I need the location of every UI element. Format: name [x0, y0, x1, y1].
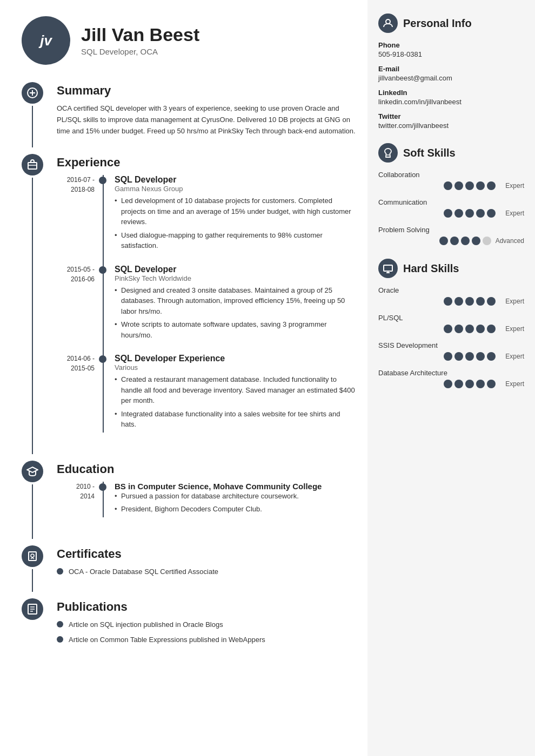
personal-info-icon [378, 14, 398, 33]
info-phone-value: 505-918-0381 [378, 50, 524, 58]
info-email-label: E-mail [378, 65, 524, 73]
pub-entry-1: Article on SQL injection published in Or… [57, 619, 357, 630]
skill-dot [454, 380, 463, 388]
pub-dot-1 [57, 621, 63, 627]
edu-bullet-1-1: Pursued a passion for database architect… [115, 491, 357, 502]
skill-dot [444, 297, 452, 306]
exp-date-2: 2015-05 -2016-06 [57, 265, 103, 284]
skill-collaboration-name: Collaboration [378, 171, 524, 179]
pub-text-2: Article on Common Table Expressions publ… [69, 634, 265, 645]
skill-dot [487, 325, 496, 333]
info-twitter: Twitter twitter.com/jillvanbeest [378, 112, 524, 130]
certificates-icon-col [16, 544, 49, 592]
certificates-title: Certificates [57, 547, 357, 561]
exp-bullet-1-1: Led development of 10 database projects … [115, 195, 357, 227]
skill-dot [472, 237, 480, 245]
skill-dot [476, 380, 485, 388]
exp-entry-1: 2016-07 -2018-08 SQL Developer Gamma Nex… [103, 175, 357, 254]
skill-communication-level: Expert [500, 210, 524, 217]
exp-body-2: SQL Developer PinkSky Tech Worldwide Des… [106, 265, 357, 343]
cert-dot-1 [57, 568, 63, 575]
exp-company-3: Various [115, 363, 357, 372]
skill-dot [476, 297, 485, 306]
skill-dot [465, 209, 474, 218]
skill-dot [483, 237, 491, 245]
hard-skills-header: Hard Skills [378, 259, 524, 278]
name-title: Jill Van Beest SQL Developer, OCA [81, 25, 199, 56]
info-phone: Phone 505-918-0381 [378, 41, 524, 58]
publications-icon [22, 598, 43, 620]
exp-jobtitle-2: SQL Developer [115, 265, 357, 274]
summary-icon [22, 82, 43, 104]
publications-title: Publications [57, 600, 357, 614]
certificates-content: Certificates OCA - Oracle Database SQL C… [49, 544, 357, 592]
skill-dot [487, 352, 496, 361]
info-linkedin-value: linkedin.com/in/jillvanbeest [378, 98, 524, 106]
experience-icon [22, 154, 43, 176]
skill-problem-solving: Problem Solving Advanced [378, 226, 524, 245]
skill-dot [444, 209, 452, 218]
summary-title: Summary [57, 84, 357, 98]
skill-dot [465, 181, 474, 190]
skill-dot [454, 325, 463, 333]
skill-collaboration-rating: Expert [378, 181, 524, 190]
skill-plsql-dots [444, 325, 496, 333]
skill-dot [444, 325, 452, 333]
certificates-icon [22, 545, 43, 567]
exp-jobtitle-1: SQL Developer [115, 175, 357, 185]
skill-communication-name: Communication [378, 198, 524, 206]
svg-point-7 [31, 554, 34, 557]
experience-icon-col [16, 153, 49, 454]
skill-dot [487, 209, 496, 218]
skill-db-arch-name: Database Architecture [378, 369, 524, 377]
exp-bullet-2-1: Designed and created 3 onsite databases.… [115, 285, 357, 317]
skill-oracle-name: Oracle [378, 286, 524, 294]
resume-container: jv Jill Van Beest SQL Developer, OCA [0, 0, 535, 756]
skill-dot [476, 352, 485, 361]
skill-ssis-name: SSIS Development [378, 341, 524, 349]
publications-section: Publications Article on SQL injection pu… [16, 597, 357, 660]
svg-rect-3 [28, 163, 37, 169]
exp-entry-3: 2014-06 -2015-05 SQL Developer Experienc… [103, 354, 357, 433]
exp-bullet-2-2: Wrote scripts to automate software updat… [115, 319, 357, 340]
skill-dot [487, 181, 496, 190]
right-column: Personal Info Phone 505-918-0381 E-mail … [367, 0, 535, 756]
exp-body-3: SQL Developer Experience Various Created… [106, 354, 357, 433]
experience-title: Experience [57, 156, 357, 170]
skill-dot [476, 209, 485, 218]
personal-info-header: Personal Info [378, 14, 524, 33]
hard-skills-section: Hard Skills Oracle Expert PL/SQL [378, 259, 524, 388]
exp-dot-1 [99, 177, 106, 184]
skill-plsql-name: PL/SQL [378, 314, 524, 322]
skill-ssis-dots [444, 352, 496, 361]
publications-icon-col [16, 597, 49, 660]
info-twitter-value: twitter.com/jillvanbeest [378, 122, 524, 130]
soft-skills-icon [378, 143, 398, 163]
skill-collaboration-dots [444, 181, 496, 190]
pub-entry-2: Article on Common Table Expressions publ… [57, 634, 357, 645]
skill-dot [454, 181, 463, 190]
skill-dot [465, 352, 474, 361]
summary-line [32, 106, 33, 147]
skill-dot [487, 380, 496, 388]
skill-problem-solving-rating: Advanced [378, 237, 524, 245]
edu-bullets-1: Pursued a passion for database architect… [115, 491, 357, 515]
hard-skills-icon [378, 259, 398, 278]
skill-dot [465, 325, 474, 333]
education-icon-col [16, 460, 49, 539]
header-area: jv Jill Van Beest SQL Developer, OCA [16, 16, 357, 65]
skill-dot [465, 380, 474, 388]
personal-info-title: Personal Info [403, 17, 472, 30]
skill-db-arch: Database Architecture Expert [378, 369, 524, 388]
skill-dot [444, 352, 452, 361]
skill-oracle: Oracle Expert [378, 286, 524, 306]
edu-dot-1 [99, 483, 106, 491]
skill-db-arch-rating: Expert [378, 380, 524, 388]
skill-dot [439, 237, 448, 245]
soft-skills-header: Soft Skills [378, 143, 524, 163]
svg-rect-6 [29, 552, 36, 561]
skill-problem-solving-dots [439, 237, 491, 245]
exp-bullets-3: Created a restaurant management database… [115, 374, 357, 430]
skill-communication-dots [444, 209, 496, 218]
skill-oracle-dots [444, 297, 496, 306]
